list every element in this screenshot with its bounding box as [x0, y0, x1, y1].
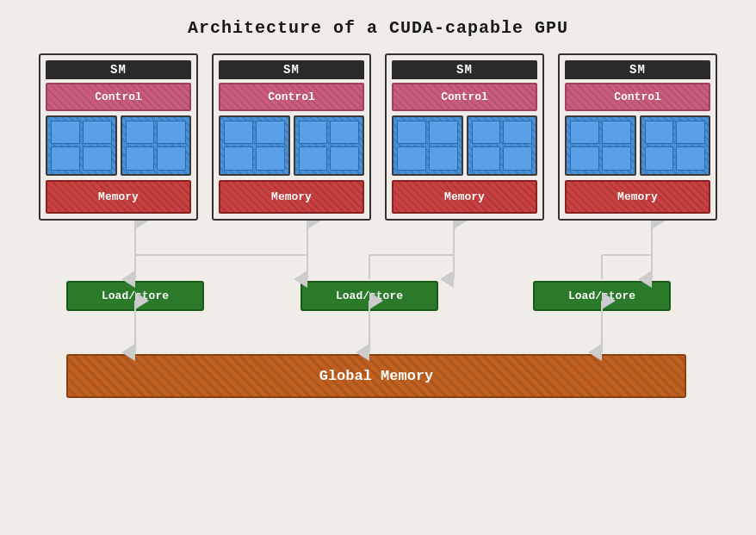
sm-block-2: SM Control Memory — [212, 53, 371, 221]
core-cell — [299, 121, 328, 145]
core-cell — [83, 146, 112, 171]
core-group-4a — [565, 115, 636, 176]
core-cell — [126, 121, 155, 145]
diagram-lower: Load/store Load/store Load/store Global … — [8, 221, 748, 410]
core-cell — [397, 121, 426, 145]
core-cell — [256, 146, 285, 171]
sm-memory-1: Memory — [46, 180, 191, 214]
cores-area-3 — [392, 115, 537, 176]
core-cell — [330, 146, 359, 171]
core-cell — [429, 146, 458, 171]
sm-label-2: SM — [219, 60, 364, 79]
core-cell — [256, 121, 285, 145]
core-cell — [51, 121, 80, 145]
core-cell — [224, 121, 253, 145]
core-cell — [570, 146, 599, 171]
sm-label-3: SM — [392, 60, 537, 79]
control-bar-3: Control — [392, 83, 537, 111]
core-cell — [51, 146, 80, 171]
core-cell — [676, 146, 705, 171]
core-cell — [126, 146, 155, 171]
core-group-3a — [392, 115, 463, 176]
load-store-block-3: Load/store — [533, 281, 671, 311]
core-cell — [503, 146, 532, 171]
core-cell — [503, 121, 532, 145]
sm-row: SM Control Memory SM C — [8, 53, 748, 221]
core-group-1a — [46, 115, 117, 176]
sm-block-3: SM Control Memory — [385, 53, 544, 221]
sm-block-4: SM Control Memory — [558, 53, 717, 221]
sm-memory-4: Memory — [565, 180, 710, 214]
core-cell — [330, 121, 359, 145]
control-bar-1: Control — [46, 83, 191, 111]
core-cell — [645, 121, 674, 145]
core-cell — [83, 121, 112, 145]
load-store-block-1: Load/store — [66, 281, 204, 311]
core-group-2b — [294, 115, 365, 176]
core-cell — [397, 146, 426, 171]
core-cell — [224, 146, 253, 171]
core-cell — [472, 121, 501, 145]
sm-memory-3: Memory — [392, 180, 537, 214]
sm-memory-2: Memory — [219, 180, 364, 214]
core-cell — [429, 121, 458, 145]
core-group-3b — [467, 115, 538, 176]
cores-area-4 — [565, 115, 710, 176]
sm-block-1: SM Control Memory — [39, 53, 198, 221]
core-cell — [157, 121, 186, 145]
core-cell — [472, 146, 501, 171]
control-bar-2: Control — [219, 83, 364, 111]
cores-area-1 — [46, 115, 191, 176]
core-cell — [676, 121, 705, 145]
core-cell — [570, 121, 599, 145]
core-cell — [645, 146, 674, 171]
core-group-2a — [219, 115, 290, 176]
control-bar-4: Control — [565, 83, 710, 111]
page-title: Architecture of a CUDA-capable GPU — [188, 18, 568, 38]
sm-label-1: SM — [46, 60, 191, 79]
core-group-1b — [121, 115, 192, 176]
global-memory-block: Global Memory — [66, 354, 686, 398]
diagram-container: Architecture of a CUDA-capable GPU SM Co… — [8, 9, 748, 526]
core-group-4b — [640, 115, 711, 176]
core-cell — [602, 121, 631, 145]
core-cell — [299, 146, 328, 171]
load-store-block-2: Load/store — [301, 281, 438, 311]
sm-label-4: SM — [565, 60, 710, 79]
cores-area-2 — [219, 115, 364, 176]
core-cell — [157, 146, 186, 171]
core-cell — [602, 146, 631, 171]
